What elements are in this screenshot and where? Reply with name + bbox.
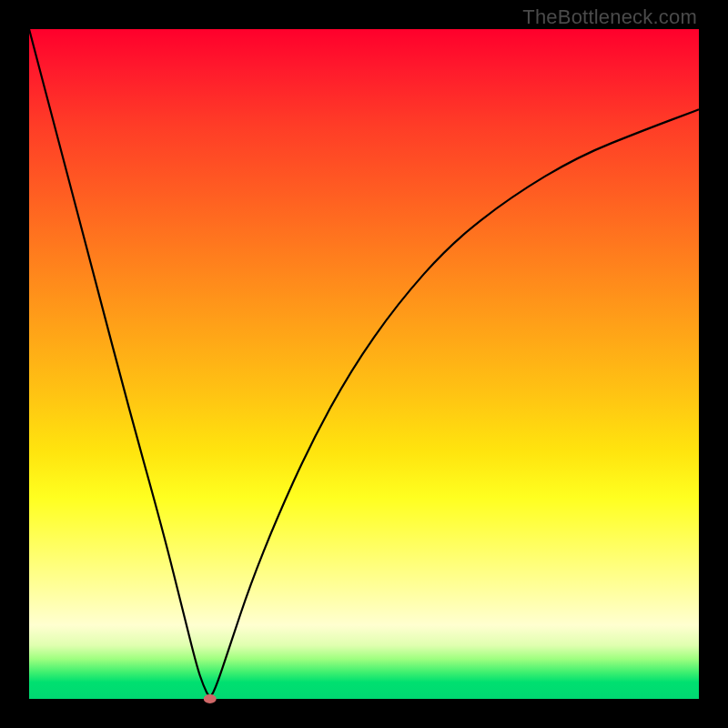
plot-area [29,29,699,699]
curve-path [29,29,699,695]
optimum-marker [204,694,217,703]
chart-frame: TheBottleneck.com [0,0,728,728]
bottleneck-curve [29,29,699,699]
watermark-text: TheBottleneck.com [522,5,697,29]
